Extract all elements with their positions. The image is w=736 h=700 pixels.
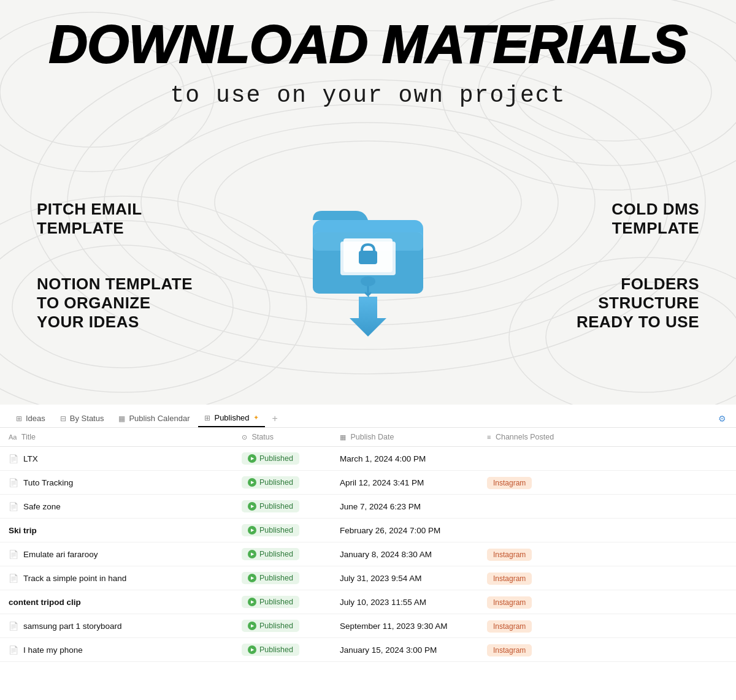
- tab-ideas[interactable]: ⊞ Ideas: [10, 410, 52, 427]
- status-col-icon: ⊙: [242, 433, 247, 441]
- table-row[interactable]: 📄I hate my phone▶PublishedJanuary 15, 20…: [0, 638, 736, 662]
- play-icon: ▶: [248, 622, 256, 630]
- hero-subtitle: to use on your own project: [171, 82, 566, 108]
- cell-date: July 10, 2023 11:55 AM: [331, 590, 478, 614]
- doc-icon: 📄: [9, 645, 18, 655]
- left-features: PITCH EMAILTEMPLATE NOTION TEMPLATETO OR…: [37, 200, 221, 332]
- hero-title: DOWNLOAD MATERIALS: [48, 17, 687, 71]
- cell-status: ▶Published: [233, 471, 331, 495]
- status-badge: ▶Published: [242, 524, 299, 536]
- cell-title: 📄Safe zone: [0, 495, 233, 519]
- channel-badge: Instagram: [487, 620, 532, 633]
- row-title: Tuto Tracking: [23, 478, 73, 487]
- table-row[interactable]: 📄Emulate ari fararooy▶PublishedJanuary 8…: [0, 542, 736, 566]
- table-row[interactable]: 📄Tuto Tracking▶PublishedApril 12, 2024 3…: [0, 471, 736, 495]
- cell-date: January 15, 2024 3:00 PM: [331, 638, 478, 662]
- doc-icon: 📄: [9, 622, 18, 631]
- tab-by-status-label: By Status: [70, 414, 104, 423]
- tab-ideas-icon: ⊞: [16, 414, 22, 423]
- status-badge: ▶Published: [242, 644, 299, 656]
- status-text: Published: [259, 502, 293, 511]
- cell-title: content tripod clip: [0, 590, 233, 614]
- status-badge: ▶Published: [242, 500, 299, 512]
- cell-channels: Instagram: [478, 542, 736, 566]
- status-text: Published: [259, 454, 293, 463]
- channel-badge: Instagram: [487, 477, 532, 489]
- cell-date: February 26, 2024 7:00 PM: [331, 519, 478, 542]
- doc-icon: 📄: [9, 454, 18, 463]
- cell-title: 📄Emulate ari fararooy: [0, 542, 233, 566]
- table-row[interactable]: 📄LTX▶PublishedMarch 1, 2024 4:00 PM: [0, 447, 736, 471]
- cell-date: June 7, 2024 6:23 PM: [331, 495, 478, 519]
- table-row[interactable]: Ski trip▶PublishedFebruary 26, 2024 7:00…: [0, 519, 736, 542]
- cell-channels: Instagram: [478, 566, 736, 590]
- cell-channels: Instagram: [478, 590, 736, 614]
- status-badge: ▶Published: [242, 476, 299, 489]
- row-title: Safe zone: [23, 502, 61, 511]
- tab-add-label: +: [272, 413, 278, 424]
- play-icon: ▶: [248, 502, 256, 511]
- play-icon: ▶: [248, 454, 256, 463]
- doc-icon: 📄: [9, 478, 18, 487]
- cell-title: 📄I hate my phone: [0, 638, 233, 662]
- channels-col-icon: ≡: [487, 433, 491, 441]
- table-row[interactable]: content tripod clip▶PublishedJuly 10, 20…: [0, 590, 736, 614]
- cell-channels: Instagram: [478, 614, 736, 638]
- channel-badge: Instagram: [487, 644, 532, 656]
- cell-status: ▶Published: [233, 542, 331, 566]
- tab-calendar-icon: ▦: [118, 414, 125, 423]
- cell-status: ▶Published: [233, 519, 331, 542]
- cell-status: ▶Published: [233, 566, 331, 590]
- tab-ideas-label: Ideas: [26, 414, 45, 423]
- feature-cold-dms: COLD DMsTEMPLATE: [515, 200, 699, 238]
- play-icon: ▶: [248, 526, 256, 535]
- row-title: LTX: [23, 454, 38, 463]
- filter-icon[interactable]: ⚙: [718, 414, 726, 424]
- tab-publish-calendar[interactable]: ▦ Publish Calendar: [112, 410, 196, 427]
- col-header-date: ▦ Publish Date: [331, 428, 478, 447]
- doc-icon: 📄: [9, 574, 18, 583]
- doc-icon: 📄: [9, 502, 18, 511]
- status-badge: ▶Published: [242, 452, 299, 465]
- status-text: Published: [259, 622, 293, 630]
- cell-title: 📄LTX: [0, 447, 233, 471]
- published-table: Aa Title ⊙ Status ▦ Publish Date ≡ Chann…: [0, 428, 736, 662]
- tab-by-status[interactable]: ⊟ By Status: [54, 410, 110, 427]
- row-title: samsung part 1 storyboard: [23, 622, 122, 631]
- row-title: Ski trip: [9, 526, 37, 535]
- status-text: Published: [259, 598, 293, 606]
- cell-status: ▶Published: [233, 638, 331, 662]
- cell-status: ▶Published: [233, 447, 331, 471]
- feature-notion-template: NOTION TEMPLATETO ORGANIZEYOUR IDEAS: [37, 275, 221, 332]
- status-text: Published: [259, 550, 293, 558]
- cell-date: July 31, 2023 9:54 AM: [331, 566, 478, 590]
- status-badge: ▶Published: [242, 548, 299, 560]
- hero-features: PITCH EMAILTEMPLATE NOTION TEMPLATETO OR…: [0, 127, 736, 405]
- table-section: ⊞ Ideas ⊟ By Status ▦ Publish Calendar ⊞…: [0, 405, 736, 662]
- cell-channels: [478, 447, 736, 471]
- status-badge: ▶Published: [242, 572, 299, 584]
- table-row[interactable]: 📄samsung part 1 storyboard▶PublishedSept…: [0, 614, 736, 638]
- cell-status: ▶Published: [233, 590, 331, 614]
- feature-folders-structure: FOLDERSSTRUCTUREREADY TO USE: [515, 275, 699, 332]
- cell-status: ▶Published: [233, 495, 331, 519]
- channel-badge: Instagram: [487, 573, 532, 585]
- tab-published[interactable]: ⊞ Published ✦: [198, 409, 264, 427]
- status-badge: ▶Published: [242, 596, 299, 608]
- table-row[interactable]: 📄Safe zone▶PublishedJune 7, 2024 6:23 PM: [0, 495, 736, 519]
- row-title: Emulate ari fararooy: [23, 550, 98, 559]
- table-row[interactable]: 📄Track a simple point in hand▶PublishedJ…: [0, 566, 736, 590]
- folder-icon: [307, 192, 429, 303]
- cell-channels: Instagram: [478, 638, 736, 662]
- tab-add[interactable]: +: [267, 411, 283, 427]
- col-header-status: ⊙ Status: [233, 428, 331, 447]
- status-text: Published: [259, 478, 293, 487]
- tab-calendar-label: Publish Calendar: [129, 414, 190, 423]
- svg-point-22: [361, 276, 375, 286]
- cell-title: Ski trip: [0, 519, 233, 542]
- play-icon: ▶: [248, 574, 256, 582]
- download-arrow: [343, 297, 393, 340]
- row-title: content tripod clip: [9, 598, 81, 607]
- tab-published-icon: ⊞: [204, 414, 210, 422]
- cell-title: 📄samsung part 1 storyboard: [0, 614, 233, 638]
